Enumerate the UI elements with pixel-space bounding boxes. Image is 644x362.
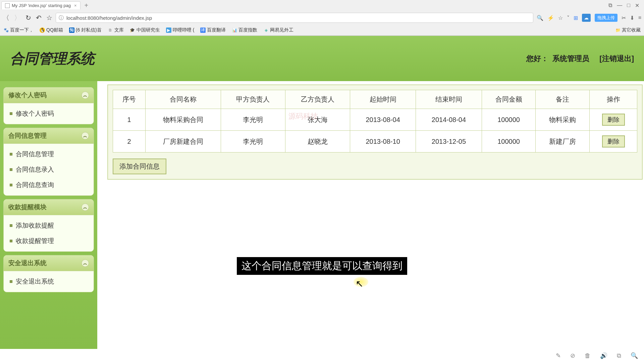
pip-icon[interactable]: ⧉ — [608, 2, 612, 9]
bookmark-index[interactable]: 📊百度指数 — [232, 27, 257, 33]
cloud-icon[interactable]: ☁ — [582, 14, 591, 22]
upload-button[interactable]: 拖拽上传 — [595, 14, 618, 22]
panel-header-payment[interactable]: 收款提醒模块 ︽ — [4, 199, 94, 215]
page-icon — [5, 3, 10, 8]
window-controls: ⧉ ― □ ✕ — [608, 2, 643, 9]
panel-title: 修改个人密码 — [8, 91, 47, 100]
logout-link[interactable]: [注销退出] — [599, 54, 634, 64]
panel-header-exit[interactable]: 安全退出系统 ︽ — [4, 255, 94, 271]
menu-manage-reminder[interactable]: 收款提醒管理 — [4, 233, 94, 249]
subtitle-caption: 这个合同信息管理就是可以查询得到 — [237, 257, 407, 275]
collapse-icon[interactable]: ︽ — [82, 259, 89, 267]
new-tab-button[interactable]: + — [82, 2, 91, 9]
cell-name: 厂房新建合同 — [146, 131, 221, 153]
delete-button[interactable]: 删除 — [602, 114, 625, 126]
tool-icon-1[interactable]: ✎ — [556, 352, 561, 359]
tool-icon-3[interactable]: 🗑 — [585, 352, 591, 359]
app-body: 修改个人密码 ︽ 修改个人密码 合同信息管理 ︽ 合同信息管理 合同信息录入 合… — [0, 81, 644, 349]
refresh-button[interactable]: ↻ — [25, 14, 31, 22]
cell-party-b: 张大海 — [285, 109, 350, 131]
cell-remark: 物料采购 — [536, 109, 590, 131]
menu-contract-query[interactable]: 合同信息查询 — [4, 177, 94, 193]
menu-icon[interactable]: ≡ — [638, 15, 641, 21]
bullet-icon — [10, 184, 12, 186]
close-window-icon[interactable]: ✕ — [635, 2, 639, 9]
bookmark-wenku[interactable]: 🗎文库 — [108, 27, 124, 33]
greeting-label: 您好： 系统管理员 — [526, 54, 589, 64]
flash-icon[interactable]: ⚡ — [547, 15, 554, 21]
panel-title: 合同信息管理 — [8, 131, 47, 140]
menu-logout[interactable]: 安全退出系统 — [4, 274, 94, 289]
tool-icon-4[interactable]: 🔊 — [600, 352, 607, 359]
collapse-icon[interactable]: ︽ — [82, 132, 89, 139]
th-action: 操作 — [590, 90, 637, 109]
bookmark-zhihu[interactable]: 知(6 封私信)首 — [69, 27, 102, 33]
bookmark-qqmail[interactable]: 🐧QQ邮箱 — [40, 27, 63, 33]
site-info-icon[interactable]: ⓘ — [59, 15, 64, 21]
th-remark: 备注 — [536, 90, 590, 109]
content-box: 源码科技 序号 合同名称 甲方负责人 乙方负责人 起始时间 结束时间 合同金额 … — [107, 84, 643, 180]
th-party-a: 甲方负责人 — [221, 90, 285, 109]
cell-end: 2013-12-05 — [416, 131, 482, 153]
browser-chrome: My JSP 'index.jsp' starting pag × + ⧉ ― … — [0, 0, 644, 36]
menu-add-reminder[interactable]: 添加收款提醒 — [4, 218, 94, 233]
cursor-arrow-icon: ↖ — [356, 278, 369, 289]
cell-seq: 1 — [113, 109, 146, 131]
address-tools: 🔍 ⚡ ☆ ˅ ⊞ ☁ 拖拽上传 ✂ ⬇ ≡ — [537, 14, 641, 22]
browser-tab[interactable]: My JSP 'index.jsp' starting pag × — [1, 1, 80, 9]
menu-contract-manage[interactable]: 合同信息管理 — [4, 146, 94, 162]
panel-header-password[interactable]: 修改个人密码 ︽ — [4, 87, 94, 103]
back-button[interactable]: 〈 — [3, 13, 9, 22]
tool-icon-6[interactable]: 🔍 — [631, 352, 638, 359]
app-title: 合同管理系统 — [10, 49, 95, 68]
url-text: localhost:8080/hetong/admin/index.jsp — [66, 15, 152, 21]
table-header-row: 序号 合同名称 甲方负责人 乙方负责人 起始时间 结束时间 合同金额 备注 操作 — [113, 90, 637, 109]
panel-header-contract[interactable]: 合同信息管理 ︽ — [4, 128, 94, 144]
th-name: 合同名称 — [146, 90, 221, 109]
cell-party-b: 赵晓龙 — [285, 131, 350, 153]
table-row: 2 厂房新建合同 李光明 赵晓龙 2013-08-10 2013-12-05 1… — [113, 131, 637, 153]
bullet-icon — [10, 168, 12, 171]
tool-icon-2[interactable]: ⊘ — [570, 352, 575, 359]
cell-party-a: 李光明 — [221, 109, 285, 131]
address-bar: 〈 〉 ↻ ↶ ☆ ⓘ localhost:8080/hetong/admin/… — [0, 11, 644, 25]
collapse-icon[interactable]: ︽ — [82, 203, 89, 211]
minimize-icon[interactable]: ― — [617, 2, 622, 9]
favorite-icon[interactable]: ☆ — [558, 15, 563, 21]
bookmark-bilibili[interactable]: ▶哔哩哔哩 ( — [166, 27, 195, 33]
home-button[interactable]: ☆ — [46, 14, 52, 22]
cell-start: 2013-08-10 — [350, 131, 416, 153]
cell-end: 2014-08-04 — [416, 109, 482, 131]
menu-contract-entry[interactable]: 合同信息录入 — [4, 162, 94, 177]
bookmark-other[interactable]: 📁其它收藏 — [615, 27, 641, 33]
bullet-icon — [10, 153, 12, 156]
forward-button[interactable]: 〉 — [14, 13, 21, 22]
bookmark-grad[interactable]: 🎓中国研究生 — [130, 27, 160, 33]
bullet-icon — [10, 224, 12, 227]
dropdown-icon[interactable]: ˅ — [567, 15, 570, 21]
apps-icon[interactable]: ⊞ — [574, 15, 578, 21]
bottom-toolbar: ✎ ⊘ 🗑 🔊 ⧉ 🔍 — [550, 349, 644, 362]
bullet-icon — [10, 112, 12, 115]
sidebar: 修改个人密码 ︽ 修改个人密码 合同信息管理 ︽ 合同信息管理 合同信息录入 合… — [0, 81, 97, 349]
bookmark-baidu[interactable]: 🐾百度一下， — [3, 27, 34, 33]
add-contract-button[interactable]: 添加合同信息 — [113, 159, 166, 174]
bookmark-translate[interactable]: 译百度翻译 — [200, 27, 226, 33]
url-input[interactable]: ⓘ localhost:8080/hetong/admin/index.jsp — [56, 13, 533, 23]
menu-change-password[interactable]: 修改个人密码 — [4, 106, 94, 121]
maximize-icon[interactable]: □ — [627, 2, 630, 9]
download-icon[interactable]: ⬇ — [630, 15, 634, 21]
collapse-icon[interactable]: ︽ — [82, 92, 89, 99]
cut-icon[interactable]: ✂ — [622, 15, 626, 21]
contract-table: 序号 合同名称 甲方负责人 乙方负责人 起始时间 结束时间 合同金额 备注 操作… — [113, 90, 637, 153]
th-amount: 合同金额 — [482, 90, 536, 109]
cell-action: 删除 — [590, 131, 637, 153]
tool-icon-5[interactable]: ⧉ — [617, 352, 621, 359]
delete-button[interactable]: 删除 — [602, 135, 625, 147]
zoom-icon[interactable]: 🔍 — [537, 15, 543, 21]
undo-button[interactable]: ↶ — [36, 14, 42, 22]
nav-buttons: 〈 〉 ↻ ↶ ☆ — [3, 13, 52, 22]
bookmark-netease[interactable]: ◈网易见外工 — [263, 27, 293, 33]
cell-action: 删除 — [590, 109, 637, 131]
close-tab-icon[interactable]: × — [74, 3, 77, 8]
